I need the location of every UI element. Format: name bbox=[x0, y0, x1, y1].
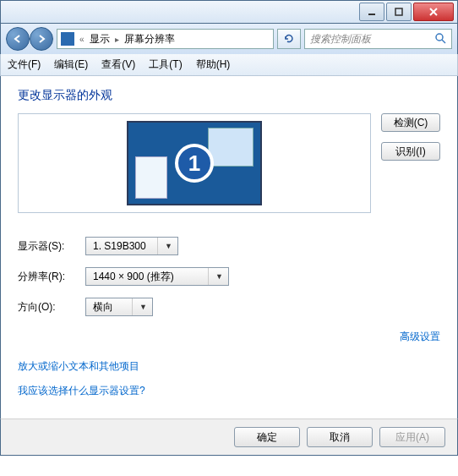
content-area: 更改显示器的外观 1 检测(C) 识别(I) 显示器(S): 1. S19B30… bbox=[0, 76, 458, 419]
chevron-down-icon: ▼ bbox=[208, 268, 223, 285]
forward-button[interactable] bbox=[30, 27, 53, 51]
nav-bar: « 显示 ▸ 屏幕分辨率 搜索控制面板 bbox=[0, 24, 458, 54]
detect-button[interactable]: 检测(C) bbox=[381, 113, 440, 132]
search-icon bbox=[434, 32, 446, 47]
window-titlebar bbox=[0, 0, 458, 24]
svg-line-5 bbox=[442, 40, 445, 43]
monitor-number-badge: 1 bbox=[175, 144, 214, 183]
search-input[interactable]: 搜索控制面板 bbox=[304, 29, 452, 49]
svg-rect-1 bbox=[395, 8, 402, 15]
resolution-row: 分辨率(R): 1440 × 900 (推荐) ▼ bbox=[18, 267, 440, 286]
dialog-button-bar: 确定 取消 应用(A) bbox=[0, 419, 458, 456]
menu-bar: 文件(F) 编辑(E) 查看(V) 工具(T) 帮助(H) bbox=[0, 54, 458, 76]
orientation-value: 横向 bbox=[93, 300, 113, 315]
text-size-link[interactable]: 放大或缩小文本和其他项目 bbox=[18, 360, 139, 372]
nav-buttons bbox=[6, 27, 53, 51]
menu-view[interactable]: 查看(V) bbox=[101, 57, 135, 72]
search-placeholder: 搜索控制面板 bbox=[310, 32, 371, 47]
chevron-down-icon: ▼ bbox=[132, 298, 147, 315]
svg-point-4 bbox=[436, 34, 443, 41]
menu-file[interactable]: 文件(F) bbox=[8, 57, 41, 72]
menu-edit[interactable]: 编辑(E) bbox=[54, 57, 88, 72]
maximize-button[interactable] bbox=[386, 3, 412, 21]
orientation-dropdown[interactable]: 横向 ▼ bbox=[85, 298, 153, 316]
display-dropdown[interactable]: 1. S19B300 ▼ bbox=[85, 237, 178, 255]
display-value: 1. S19B300 bbox=[93, 240, 146, 252]
advanced-row: 高级设置 bbox=[18, 330, 440, 344]
resolution-value: 1440 × 900 (推荐) bbox=[93, 270, 174, 284]
menu-help[interactable]: 帮助(H) bbox=[196, 57, 231, 72]
address-bar[interactable]: « 显示 ▸ 屏幕分辨率 bbox=[57, 29, 274, 49]
resolution-dropdown[interactable]: 1440 × 900 (推荐) ▼ bbox=[85, 267, 229, 286]
which-settings-link[interactable]: 我应该选择什么显示器设置? bbox=[18, 385, 145, 397]
arrow-left-icon bbox=[13, 34, 23, 44]
control-panel-icon bbox=[61, 32, 74, 46]
refresh-icon bbox=[283, 33, 295, 45]
orientation-label: 方向(O): bbox=[18, 300, 85, 315]
refresh-button[interactable] bbox=[277, 29, 301, 49]
page-title: 更改显示器的外观 bbox=[18, 88, 440, 103]
chevron-right-icon: ▸ bbox=[115, 35, 119, 44]
resolution-label: 分辨率(R): bbox=[18, 270, 85, 284]
minimize-button[interactable] bbox=[359, 3, 384, 21]
monitor-preview[interactable]: 1 bbox=[18, 113, 371, 213]
help-links: 放大或缩小文本和其他项目 我应该选择什么显示器设置? bbox=[18, 359, 440, 398]
ok-button[interactable]: 确定 bbox=[234, 427, 300, 447]
advanced-settings-link[interactable]: 高级设置 bbox=[400, 331, 440, 342]
display-row: 显示器(S): 1. S19B300 ▼ bbox=[18, 237, 440, 255]
back-button[interactable] bbox=[6, 27, 30, 51]
close-icon bbox=[428, 7, 439, 17]
menu-tools[interactable]: 工具(T) bbox=[149, 57, 182, 72]
cancel-button[interactable]: 取消 bbox=[307, 427, 373, 447]
orientation-row: 方向(O): 横向 ▼ bbox=[18, 298, 440, 316]
breadcrumb-display[interactable]: 显示 bbox=[90, 32, 110, 47]
apply-button[interactable]: 应用(A) bbox=[379, 427, 445, 447]
close-button[interactable] bbox=[413, 3, 454, 21]
display-label: 显示器(S): bbox=[18, 239, 85, 254]
monitor-icon: 1 bbox=[127, 121, 262, 205]
preview-side-buttons: 检测(C) 识别(I) bbox=[381, 113, 440, 213]
maximize-icon bbox=[395, 8, 403, 16]
arrow-right-icon bbox=[36, 34, 46, 44]
identify-button[interactable]: 识别(I) bbox=[381, 142, 440, 161]
breadcrumb-back-chevron: « bbox=[79, 35, 85, 44]
chevron-down-icon: ▼ bbox=[157, 238, 172, 254]
minimize-icon bbox=[368, 8, 376, 16]
preview-row: 1 检测(C) 识别(I) bbox=[18, 113, 440, 213]
breadcrumb-resolution[interactable]: 屏幕分辨率 bbox=[124, 32, 175, 47]
